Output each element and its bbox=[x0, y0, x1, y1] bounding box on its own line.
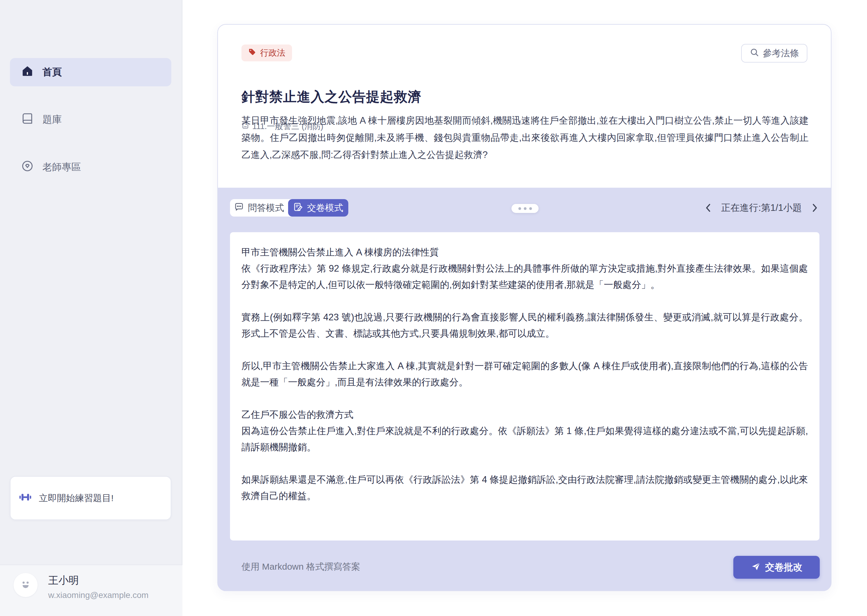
sidebar-nav: 首頁 題庫 老師專區 bbox=[0, 58, 182, 201]
sidebar-item-question-bank[interactable]: 題庫 bbox=[10, 105, 171, 134]
resize-handle[interactable] bbox=[511, 204, 539, 213]
handle-dot bbox=[524, 207, 527, 210]
reference-law-label: 參考法條 bbox=[763, 47, 799, 60]
user-name: 王小明 bbox=[48, 574, 79, 588]
avatar bbox=[14, 573, 38, 597]
handle-dot bbox=[519, 207, 521, 210]
chevron-left-icon[interactable] bbox=[704, 203, 713, 213]
subject-tag-label: 行政法 bbox=[260, 47, 285, 59]
answer-editor[interactable]: 甲市主管機關公告禁止進入 A 棟樓房的法律性質 依《行政程序法》第 92 條規定… bbox=[230, 232, 820, 541]
sidebar-item-label: 題庫 bbox=[43, 113, 62, 126]
chevron-right-icon[interactable] bbox=[810, 203, 819, 213]
submit-grade-button[interactable]: 交卷批改 bbox=[733, 556, 820, 579]
tag-icon bbox=[248, 48, 257, 58]
smiley-icon bbox=[18, 577, 33, 594]
answer-panel: 問答模式 交卷模式 正在進行:第1/1 bbox=[218, 188, 831, 591]
handle-dot bbox=[529, 207, 532, 210]
search-icon bbox=[750, 47, 759, 59]
start-practice-button[interactable]: 立即開始練習題目! bbox=[10, 476, 171, 520]
sidebar-item-teacher-area[interactable]: 老師專區 bbox=[10, 153, 171, 181]
mode-tabs: 問答模式 交卷模式 bbox=[230, 199, 348, 217]
sidebar-item-label: 老師專區 bbox=[43, 160, 81, 174]
question-title: 針對禁止進入之公告提起救濟 bbox=[241, 88, 421, 106]
answer-text: 甲市主管機關公告禁止進入 A 棟樓房的法律性質 依《行政程序法》第 92 條規定… bbox=[241, 244, 808, 504]
tab-qa-mode[interactable]: 問答模式 bbox=[230, 199, 288, 217]
markdown-hint: 使用 Markdown 格式撰寫答案 bbox=[241, 561, 360, 573]
tab-submit-label: 交卷模式 bbox=[307, 202, 343, 214]
reference-law-button[interactable]: 參考法條 bbox=[741, 44, 807, 63]
gem-icon bbox=[21, 160, 33, 174]
question-card: 行政法 參考法條 針對禁止進入之公告提起救濟 111.一般警三 (消防) 某日甲… bbox=[218, 24, 831, 591]
tab-qa-label: 問答模式 bbox=[248, 202, 284, 214]
paper-plane-icon bbox=[751, 561, 760, 573]
user-email: w.xiaoming@example.com bbox=[48, 591, 148, 600]
start-practice-label: 立即開始練習題目! bbox=[39, 492, 113, 504]
tab-submit-mode[interactable]: 交卷模式 bbox=[288, 199, 348, 217]
document-edit-icon bbox=[293, 202, 303, 214]
user-profile[interactable]: 王小明 w.xiaoming@example.com bbox=[0, 564, 183, 616]
book-icon bbox=[21, 113, 33, 127]
question-body: 某日甲市發生強烈地震,該地 A 棟十層樓房因地基裂開而傾斜,機關迅速將住戶全部撤… bbox=[241, 112, 809, 163]
progress-pager: 正在進行:第1/1小題 bbox=[704, 199, 819, 217]
progress-label: 正在進行:第1/1小題 bbox=[721, 201, 802, 214]
dumbbell-icon bbox=[19, 491, 32, 506]
chat-bubble-icon bbox=[234, 202, 244, 214]
sidebar: 首頁 題庫 老師專區 bbox=[0, 0, 183, 616]
submit-grade-label: 交卷批改 bbox=[765, 561, 802, 574]
subject-tag-badge: 行政法 bbox=[241, 44, 292, 61]
sidebar-item-home[interactable]: 首頁 bbox=[10, 58, 171, 86]
sidebar-item-label: 首頁 bbox=[43, 66, 62, 79]
home-icon bbox=[21, 65, 33, 79]
